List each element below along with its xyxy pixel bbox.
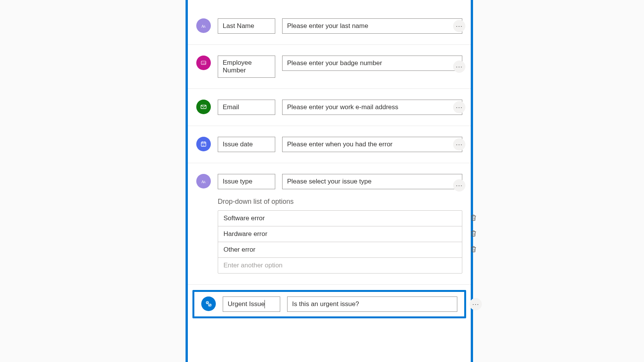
text-caret xyxy=(264,300,265,308)
number-icon: 123 xyxy=(196,56,211,70)
delete-option-button[interactable] xyxy=(470,214,477,223)
field-label-text: Urgent Issue xyxy=(228,300,264,308)
svg-text:31: 31 xyxy=(202,144,205,146)
multichoice-icon xyxy=(201,296,216,311)
field-label-input[interactable]: Employee Number xyxy=(218,56,275,78)
more-options-button[interactable]: ··· xyxy=(453,20,465,32)
field-row[interactable]: AALast NamePlease enter your last name··… xyxy=(188,8,471,45)
email-icon xyxy=(196,100,211,114)
field-row[interactable]: 123Employee NumberPlease enter your badg… xyxy=(188,45,471,89)
dropdown-option-item[interactable]: Hardware error xyxy=(218,226,462,242)
field-row[interactable]: EmailPlease enter your work e-mail addre… xyxy=(188,89,471,126)
field-row[interactable]: 31Issue datePlease enter when you had th… xyxy=(188,126,471,163)
svg-text:A: A xyxy=(204,25,206,28)
dropdown-option-item[interactable]: Software error xyxy=(218,211,462,226)
field-prompt-input[interactable]: Please select your issue type xyxy=(282,174,462,189)
more-options-button[interactable]: ··· xyxy=(453,61,465,73)
svg-text:A: A xyxy=(204,180,206,184)
field-prompt-input[interactable]: Please enter when you had the error xyxy=(282,137,462,152)
field-row-main: 123Employee NumberPlease enter your badg… xyxy=(196,56,462,78)
field-label-input[interactable]: Issue date xyxy=(218,137,275,152)
dropdown-options-list: Software errorHardware errorOther errorE… xyxy=(218,210,462,274)
field-row-main: AAIssue typePlease select your issue typ… xyxy=(196,174,462,189)
field-row[interactable]: AAIssue typePlease select your issue typ… xyxy=(188,163,471,285)
field-row-main: Urgent IssueIs this an urgent issue? xyxy=(201,296,457,312)
field-row-main: EmailPlease enter your work e-mail addre… xyxy=(196,100,462,115)
dropdown-add-option-placeholder: Enter another option xyxy=(218,258,462,273)
field-label-input[interactable]: Urgent Issue xyxy=(223,296,280,312)
dropdown-title: Drop-down list of options xyxy=(218,198,462,206)
field-prompt-input[interactable]: Is this an urgent issue? xyxy=(287,296,457,312)
delete-option-button[interactable] xyxy=(470,229,477,239)
field-prompt-input[interactable]: Please enter your last name xyxy=(282,18,462,34)
more-options-button[interactable]: ··· xyxy=(453,179,465,192)
text-icon: AA xyxy=(196,18,211,33)
field-label-input[interactable]: Last Name xyxy=(218,18,275,34)
text-icon: AA xyxy=(196,174,211,188)
field-prompt-input[interactable]: Please enter your work e-mail address xyxy=(282,100,462,115)
field-label-input[interactable]: Issue type xyxy=(218,174,275,189)
field-label-input[interactable]: Email xyxy=(218,100,275,115)
field-row[interactable]: Urgent IssueIs this an urgent issue?··· xyxy=(192,290,466,318)
field-prompt-input[interactable]: Please enter your badge number xyxy=(282,56,462,71)
field-row-main: 31Issue datePlease enter when you had th… xyxy=(196,137,462,152)
date-icon: 31 xyxy=(196,137,211,151)
field-row-main: AALast NamePlease enter your last name xyxy=(196,18,462,34)
delete-option-button[interactable] xyxy=(470,245,477,254)
more-options-button[interactable]: ··· xyxy=(453,138,465,151)
more-options-button[interactable]: ··· xyxy=(470,298,482,310)
dropdown-option-text: Other error xyxy=(218,242,462,257)
dropdown-option-text: Software error xyxy=(218,211,462,226)
svg-text:123: 123 xyxy=(202,62,205,64)
dropdown-option-item[interactable]: Other error xyxy=(218,242,462,258)
dropdown-option-text: Hardware error xyxy=(218,226,462,242)
dropdown-section: Drop-down list of optionsSoftware errorH… xyxy=(218,198,462,274)
more-options-button[interactable]: ··· xyxy=(453,101,465,113)
form-canvas: AALast NamePlease enter your last name··… xyxy=(186,0,473,362)
dropdown-add-option[interactable]: Enter another option xyxy=(218,258,462,273)
